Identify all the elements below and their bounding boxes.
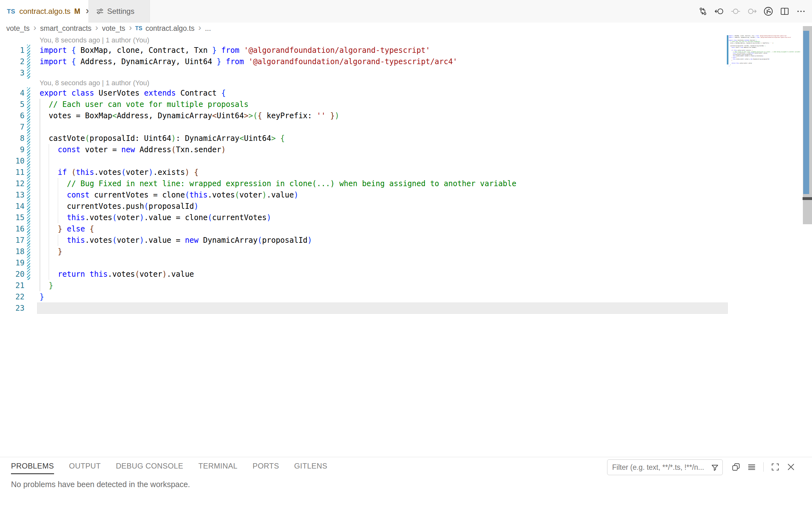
gutter-diff-added-marker[interactable] xyxy=(27,268,30,280)
gutter-diff-added-marker[interactable] xyxy=(27,167,30,178)
code-line-row[interactable]: 14 currentVotes.push(proposalId) xyxy=(0,201,812,212)
commit-graph-icon[interactable] xyxy=(763,6,774,17)
line-number[interactable]: 8 xyxy=(0,133,24,144)
blame-row[interactable]: You, 8 seconds ago | 1 author (You) xyxy=(0,36,812,45)
code-line[interactable]: } xyxy=(40,291,44,302)
gutter-diff-added-marker[interactable] xyxy=(27,246,30,257)
split-editor-icon[interactable] xyxy=(779,6,790,17)
line-number[interactable]: 21 xyxy=(0,280,24,291)
code-line[interactable]: } xyxy=(40,246,62,257)
code-line-row[interactable]: 13 const currentVotes = clone(this.votes… xyxy=(0,189,812,201)
code-line[interactable]: const voter = new Address(Txn.sender) xyxy=(40,144,226,155)
line-number[interactable]: 12 xyxy=(0,178,24,189)
panel-tab-ports[interactable]: PORTS xyxy=(253,462,279,474)
gutter-diff-added-marker[interactable] xyxy=(27,99,30,110)
code-line[interactable]: currentVotes.push(proposalId) xyxy=(40,201,199,212)
view-mode-icon[interactable] xyxy=(731,462,741,472)
line-number[interactable]: 5 xyxy=(0,99,24,110)
line-number[interactable]: 16 xyxy=(0,223,24,235)
more-actions-icon[interactable] xyxy=(796,6,806,17)
compare-changes-icon[interactable] xyxy=(698,6,708,17)
panel-tab-output[interactable]: OUTPUT xyxy=(69,462,101,474)
gutter-diff-added-marker[interactable] xyxy=(27,257,30,268)
gutter-diff-added-marker[interactable] xyxy=(27,121,30,133)
line-number[interactable]: 3 xyxy=(0,67,24,79)
code-line-row[interactable]: 22} xyxy=(0,291,812,302)
code-line[interactable]: } xyxy=(40,280,53,291)
line-number[interactable]: 6 xyxy=(0,110,24,121)
line-number[interactable]: 4 xyxy=(0,87,24,99)
gutter-diff-added-marker[interactable] xyxy=(27,133,30,144)
gutter-diff-added-marker[interactable] xyxy=(27,87,30,99)
gutter-diff-added-marker[interactable] xyxy=(27,178,30,189)
gutter-diff-added-marker[interactable] xyxy=(27,223,30,235)
code-line[interactable]: castVote(proposalId: Uint64): DynamicArr… xyxy=(40,133,285,144)
gutter-diff-added-marker[interactable] xyxy=(27,155,30,167)
code-line-row[interactable]: 2import { Address, DynamicArray, Uint64 … xyxy=(0,56,812,67)
code-line[interactable]: votes = BoxMap<Address, DynamicArray<Uin… xyxy=(40,110,339,121)
panel-tab-terminal[interactable]: TERMINAL xyxy=(198,462,237,474)
code-line-row[interactable]: 1import { BoxMap, clone, Contract, Txn }… xyxy=(0,45,812,56)
code-line-row[interactable]: 9 const voter = new Address(Txn.sender) xyxy=(0,144,812,155)
code-line[interactable]: return this.votes(voter).value xyxy=(40,268,194,280)
code-line-row[interactable]: 8 castVote(proposalId: Uint64): DynamicA… xyxy=(0,133,812,144)
filter-input[interactable] xyxy=(607,460,723,475)
code-line-row[interactable]: 18 } xyxy=(0,246,812,257)
tab-settings[interactable]: Settings xyxy=(88,0,150,23)
line-number[interactable]: 9 xyxy=(0,144,24,155)
line-number[interactable]: 18 xyxy=(0,246,24,257)
panel-tab-debug-console[interactable]: DEBUG CONSOLE xyxy=(116,462,184,474)
code-line-row[interactable]: 21 } xyxy=(0,280,812,291)
next-change-icon[interactable] xyxy=(747,6,757,17)
gutter-diff-added-marker[interactable] xyxy=(27,212,30,223)
code-line-row[interactable]: 12 // Bug Fixed in next line: wrapped ex… xyxy=(0,178,812,189)
gutter-diff-added-marker[interactable] xyxy=(27,56,30,67)
panel-tab-gitlens[interactable]: GITLENS xyxy=(294,462,328,474)
line-number[interactable]: 17 xyxy=(0,235,24,246)
code-line[interactable]: import { BoxMap, clone, Contract, Txn } … xyxy=(40,45,430,56)
panel-tab-problems[interactable]: PROBLEMS xyxy=(11,462,54,474)
gutter-diff-added-marker[interactable] xyxy=(27,67,30,79)
line-number[interactable]: 2 xyxy=(0,56,24,67)
code-line-row[interactable]: 16 } else { xyxy=(0,223,812,235)
code-line[interactable]: this.votes(voter).value = new DynamicArr… xyxy=(40,235,312,246)
line-number[interactable]: 19 xyxy=(0,257,24,268)
line-number[interactable]: 20 xyxy=(0,268,24,280)
code-line-row[interactable]: 15 this.votes(voter).value = clone(curre… xyxy=(0,212,812,223)
line-number[interactable]: 15 xyxy=(0,212,24,223)
breadcrumb-item[interactable]: contract.algo.ts xyxy=(145,24,194,33)
tab-contract-algo-ts[interactable]: TS contract.algo.ts M ✕ xyxy=(0,0,88,23)
breadcrumb-item[interactable]: vote_ts xyxy=(102,24,125,33)
gutter-diff-added-marker[interactable] xyxy=(27,201,30,212)
code-line[interactable]: this.votes(voter).value = clone(currentV… xyxy=(40,212,271,223)
blame-annotation[interactable]: You, 8 seconds ago | 1 author (You) xyxy=(40,36,149,45)
line-number[interactable]: 22 xyxy=(0,291,24,302)
code-line-row[interactable]: 3 xyxy=(0,67,812,79)
code-line-row[interactable]: 5 // Each user can vote for multiple pro… xyxy=(0,99,812,110)
line-number[interactable]: 10 xyxy=(0,155,24,167)
code-line-row[interactable]: 10 xyxy=(0,155,812,167)
gutter-diff-added-marker[interactable] xyxy=(27,235,30,246)
code-line-row[interactable]: 7 xyxy=(0,121,812,133)
code-line-row[interactable]: 19 xyxy=(0,257,812,268)
maximize-panel-icon[interactable] xyxy=(770,462,780,472)
line-number[interactable]: 13 xyxy=(0,189,24,201)
code-line[interactable]: if (this.votes(voter).exists) { xyxy=(40,167,199,178)
code-line[interactable]: // Bug Fixed in next line: wrapped expre… xyxy=(40,178,516,189)
breadcrumb-item[interactable]: vote_ts xyxy=(6,24,29,33)
code-line[interactable]: export class UserVotes extends Contract … xyxy=(40,87,226,99)
code-line[interactable]: } else { xyxy=(40,223,94,235)
line-number[interactable]: 23 xyxy=(0,302,24,314)
code-line-row[interactable]: 23 xyxy=(0,302,812,314)
code-line-row[interactable]: 6 votes = BoxMap<Address, DynamicArray<U… xyxy=(0,110,812,121)
code-editor[interactable]: You, 8 seconds ago | 1 author (You)1impo… xyxy=(0,34,812,457)
breadcrumb-item[interactable]: smart_contracts xyxy=(40,24,91,33)
gutter-diff-added-marker[interactable] xyxy=(27,45,30,56)
close-panel-icon[interactable] xyxy=(786,462,796,472)
line-number[interactable]: 14 xyxy=(0,201,24,212)
code-line[interactable]: const currentVotes = clone(this.votes(vo… xyxy=(40,189,298,201)
previous-change-icon[interactable] xyxy=(730,6,741,17)
blame-row[interactable]: You, 8 seconds ago | 1 author (You) xyxy=(0,79,812,87)
line-number[interactable]: 7 xyxy=(0,121,24,133)
line-number[interactable]: 1 xyxy=(0,45,24,56)
